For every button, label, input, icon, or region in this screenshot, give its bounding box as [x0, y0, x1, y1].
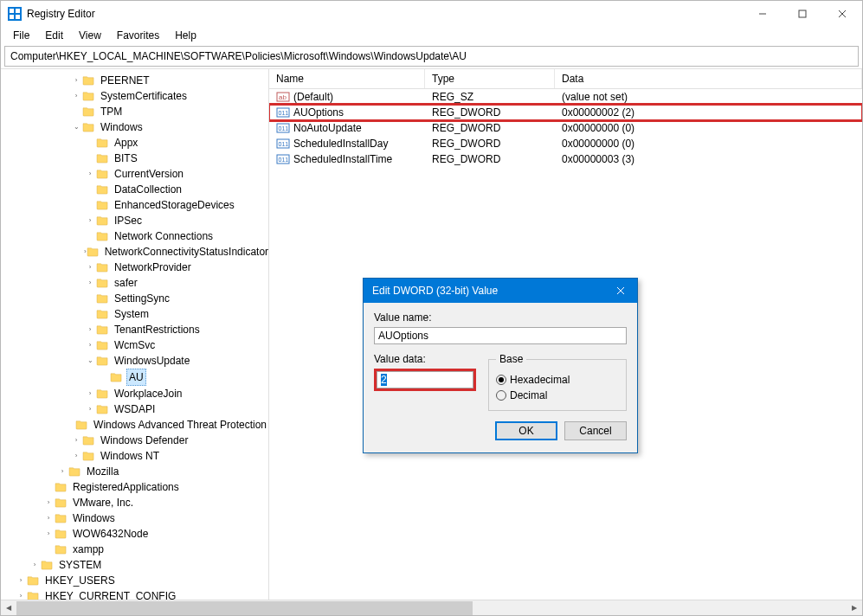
chevron-right-icon[interactable]: › — [84, 324, 96, 336]
chevron-down-icon[interactable]: ⌄ — [84, 355, 96, 367]
chevron-down-icon[interactable]: ⌄ — [70, 121, 82, 133]
spacer-icon — [84, 308, 96, 320]
radio-dec-row[interactable]: Decimal — [496, 389, 619, 401]
value-data-input[interactable]: 2 — [377, 371, 473, 388]
tree-node[interactable]: ⌄Windows — [1, 119, 268, 135]
tree-node[interactable]: TPM — [1, 104, 268, 119]
chevron-right-icon[interactable]: › — [42, 497, 55, 509]
spacer-icon — [70, 106, 82, 118]
tree-node[interactable]: ›IPSec — [1, 213, 268, 228]
chevron-right-icon[interactable]: › — [70, 74, 82, 87]
tree-node[interactable]: RegisteredApplications — [1, 479, 268, 495]
scroll-left-icon[interactable]: ◀ — [1, 600, 16, 616]
dialog-titlebar[interactable]: Edit DWORD (32-bit) Value — [364, 279, 637, 303]
tree-node[interactable]: ›HKEY_USERS — [1, 573, 268, 588]
list-row[interactable]: 011NoAutoUpdateREG_DWORD0x00000000 (0) — [269, 120, 862, 136]
cancel-button[interactable]: Cancel — [564, 421, 627, 440]
tree-node[interactable]: System — [1, 306, 268, 322]
menu-favorites[interactable]: Favorites — [110, 28, 166, 43]
tree-node-label: Network Connections — [113, 228, 215, 244]
tree-node-label: IPSec — [113, 213, 144, 228]
list-row[interactable]: 011ScheduledInstallTimeREG_DWORD0x000000… — [269, 151, 862, 167]
spacer-icon — [42, 543, 55, 555]
list-row[interactable]: 011AUOptionsREG_DWORD0x00000002 (2) — [269, 105, 862, 120]
tree-node[interactable]: xampp — [1, 542, 268, 557]
tree-node[interactable]: ›WSDAPI — [1, 401, 268, 417]
menu-edit[interactable]: Edit — [38, 28, 70, 43]
minimize-button[interactable] — [743, 1, 782, 27]
tree-node[interactable]: SettingSync — [1, 291, 268, 306]
tree-node[interactable]: Appx — [1, 135, 268, 151]
tree-node[interactable]: AU — [1, 369, 268, 386]
dword-value-icon: 011 — [276, 106, 290, 119]
chevron-right-icon[interactable]: › — [70, 434, 82, 446]
scrollbar-track[interactable] — [16, 600, 847, 616]
tree-node[interactable]: ›WOW6432Node — [1, 526, 268, 542]
tree-node[interactable]: ›PEERNET — [1, 73, 268, 88]
chevron-right-icon[interactable]: › — [56, 465, 68, 478]
col-data[interactable]: Data — [555, 69, 862, 88]
menu-view[interactable]: View — [72, 28, 108, 43]
radio-dec[interactable] — [496, 390, 506, 401]
tree-node[interactable]: ›WorkplaceJoin — [1, 386, 268, 401]
maximize-button[interactable] — [782, 1, 822, 27]
scrollbar-thumb[interactable] — [16, 601, 473, 615]
chevron-right-icon[interactable]: › — [42, 528, 55, 540]
tree-node[interactable]: ›Windows NT — [1, 448, 268, 464]
tree-node[interactable]: ›TenantRestrictions — [1, 322, 268, 337]
tree-node[interactable]: ›NetworkConnectivityStatusIndicator — [1, 244, 268, 260]
tree-node-label: Mozilla — [85, 464, 120, 479]
dialog-title: Edit DWORD (32-bit) Value — [372, 285, 498, 297]
tree-node[interactable]: Windows Advanced Threat Protection — [1, 417, 268, 433]
radio-hex-row[interactable]: Hexadecimal — [496, 374, 619, 386]
tree-node[interactable]: ›CurrentVersion — [1, 166, 268, 182]
chevron-right-icon[interactable]: › — [84, 339, 96, 351]
tree-node[interactable]: ›SYSTEM — [1, 557, 268, 573]
spacer-icon — [42, 481, 55, 493]
address-bar[interactable]: Computer\HKEY_LOCAL_MACHINE\SOFTWARE\Pol… — [4, 46, 859, 67]
chevron-right-icon[interactable]: › — [84, 403, 96, 415]
chevron-right-icon[interactable]: › — [84, 277, 96, 289]
chevron-right-icon[interactable]: › — [70, 450, 82, 462]
tree-node[interactable]: BITS — [1, 151, 268, 166]
tree-node[interactable]: ›NetworkProvider — [1, 260, 268, 275]
tree-pane[interactable]: ›PEERNET›SystemCertificatesTPM⌄WindowsAp… — [1, 69, 269, 601]
chevron-right-icon[interactable]: › — [29, 559, 41, 571]
list-row[interactable]: 011ScheduledInstallDayREG_DWORD0x0000000… — [269, 136, 862, 151]
tree-node[interactable]: ›Windows — [1, 510, 268, 526]
menu-help[interactable]: Help — [168, 28, 203, 43]
chevron-right-icon[interactable]: › — [15, 574, 27, 587]
folder-icon — [110, 372, 123, 382]
close-button[interactable] — [822, 1, 862, 27]
chevron-right-icon[interactable]: › — [84, 168, 96, 180]
value-name-input[interactable] — [374, 327, 627, 344]
tree-node[interactable]: ›VMware, Inc. — [1, 495, 268, 510]
tree-node[interactable]: ⌄WindowsUpdate — [1, 353, 268, 369]
chevron-right-icon[interactable]: › — [84, 261, 96, 273]
list-row[interactable]: ab(Default)REG_SZ(value not set) — [269, 89, 862, 105]
chevron-right-icon[interactable]: › — [84, 215, 96, 227]
tree-node[interactable]: Network Connections — [1, 228, 268, 244]
tree-node[interactable]: ›Mozilla — [1, 464, 268, 479]
chevron-right-icon[interactable]: › — [70, 90, 82, 102]
chevron-right-icon[interactable]: › — [84, 388, 96, 400]
tree-node[interactable]: EnhancedStorageDevices — [1, 197, 268, 213]
tree-node[interactable]: DataCollection — [1, 182, 268, 197]
tree-node[interactable]: ›safer — [1, 275, 268, 291]
tree-node-label: DataCollection — [113, 182, 184, 197]
tree-node[interactable]: ›WcmSvc — [1, 337, 268, 353]
menu-file[interactable]: File — [6, 28, 36, 43]
horizontal-scrollbar[interactable]: ◀ ▶ — [1, 600, 862, 615]
col-name[interactable]: Name — [269, 69, 425, 88]
scroll-right-icon[interactable]: ▶ — [847, 600, 862, 616]
ok-button[interactable]: OK — [495, 421, 557, 440]
folder-icon — [82, 106, 95, 117]
value-name: ScheduledInstallDay — [293, 138, 388, 150]
chevron-right-icon[interactable]: › — [42, 512, 55, 524]
tree-node-label: Windows Defender — [99, 433, 190, 448]
radio-hex[interactable] — [496, 375, 506, 385]
tree-node[interactable]: ›Windows Defender — [1, 433, 268, 448]
col-type[interactable]: Type — [425, 69, 555, 88]
tree-node[interactable]: ›SystemCertificates — [1, 88, 268, 104]
dialog-close-button[interactable] — [609, 282, 632, 299]
